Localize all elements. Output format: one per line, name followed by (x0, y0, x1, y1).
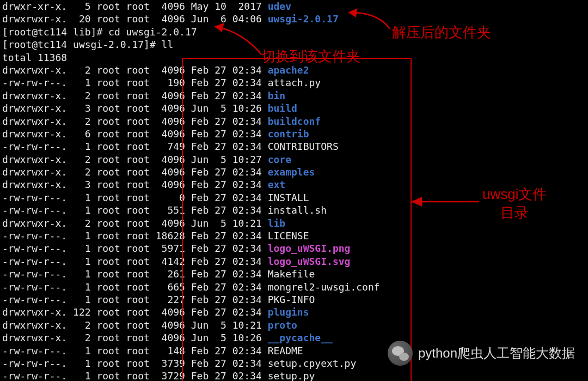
watermark: python爬虫人工智能大数据 (388, 341, 575, 366)
ls-row: -rw-rw-r--. 1 root root 749 Feb 27 02:34… (2, 140, 586, 153)
total-line: total 11368 (2, 51, 586, 64)
prompt-line: [root@tc114 uwsgi-2.0.17]# ll (2, 38, 586, 51)
prompt-line: [root@tc114 lib]# cd uwsgi-2.0.17 (2, 26, 586, 38)
ls-row: drwxrwxr-x. 2 root root 4096 Jun 5 10:27… (2, 153, 586, 166)
ls-row: drwxrwxr-x. 2 root root 4096 Jun 5 10:21… (2, 319, 586, 331)
ls-row: -rw-rw-r--. 1 root root 261 Feb 27 02:34… (2, 268, 586, 280)
ls-row: drwxrwxr-x. 2 root root 4096 Feb 27 02:3… (2, 64, 586, 76)
ls-row: drwxrwxr-x. 2 root root 4096 Feb 27 02:3… (2, 115, 586, 128)
ls-row: drwxrwxr-x. 2 root root 4096 Feb 27 02:3… (2, 89, 586, 102)
ls-row: drwxrwxr-x. 6 root root 4096 Feb 27 02:3… (2, 128, 586, 140)
ls-row: drwxrwxr-x. 122 root root 4096 Feb 27 02… (2, 306, 586, 318)
ls-row: -rw-rw-r--. 1 root root 4142 Feb 27 02:3… (2, 255, 586, 268)
ls-row: -rw-rw-r--. 1 root root 18628 Feb 27 02:… (2, 229, 586, 242)
ls-row: -rw-rw-r--. 1 root root 3729 Feb 27 02:3… (2, 370, 586, 381)
terminal-output: drwxr-xr-x. 5 root root 4096 May 10 2017… (0, 0, 588, 381)
ls-row: -rw-rw-r--. 1 root root 190 Feb 27 02:34… (2, 76, 586, 89)
wechat-icon (388, 341, 413, 366)
ls-row: -rw-rw-r--. 1 root root 665 Feb 27 02:34… (2, 281, 586, 293)
ls-row: -rw-rw-r--. 1 root root 227 Feb 27 02:34… (2, 293, 586, 306)
ls-row: drwxrwxr-x. 3 root root 4096 Feb 27 02:3… (2, 178, 586, 191)
ls-row: drwxrwxr-x. 2 root root 4096 Jun 5 10:21… (2, 217, 586, 229)
watermark-text: python爬虫人工智能大数据 (418, 344, 575, 362)
ls-row: -rw-rw-r--. 1 root root 0 Feb 27 02:34 I… (2, 191, 586, 204)
ls-row: drwxrwxr-x. 2 root root 4096 Feb 27 02:3… (2, 166, 586, 178)
ls-row: drwxr-xr-x. 5 root root 4096 May 10 2017… (2, 0, 586, 13)
ls-row: drwxrwxr-x. 20 root root 4096 Jun 6 04:0… (2, 13, 586, 25)
ls-row: -rw-rw-r--. 1 root root 5971 Feb 27 02:3… (2, 242, 586, 255)
ls-row: -rw-rw-r--. 1 root root 551 Feb 27 02:34… (2, 204, 586, 216)
ls-row: drwxrwxr-x. 3 root root 4096 Jun 5 10:26… (2, 102, 586, 114)
